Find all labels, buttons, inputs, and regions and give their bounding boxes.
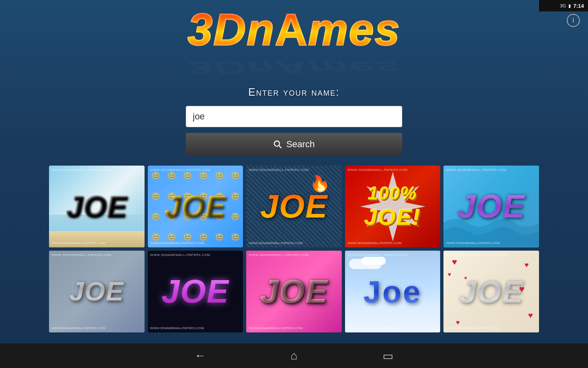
watermark: WWW.3DNAMEWALL-PAPERS.COM: [446, 253, 506, 257]
home-button[interactable]: ⌂: [284, 348, 304, 364]
joe-label: JOE: [260, 273, 328, 310]
grid-item[interactable]: WWW.3DNAMEWALL-PAPERS.COM JOE WWW.3DNAME…: [443, 166, 539, 247]
grid-item[interactable]: WWW.3DNAMEWALL-PAPERS.COM JOE WWW.3DNAME…: [246, 251, 342, 332]
back-button[interactable]: ←: [190, 348, 210, 364]
signal-icon: 3G: [560, 3, 566, 8]
logo: 3DnAmes 3DnAmes: [187, 7, 400, 83]
watermark: WWW.3DNAMEWALL-PAPERS.COM: [150, 168, 210, 172]
grid-item[interactable]: WWW.3DNAMEWALL-PAPERS.COM 😊😊😊 😊😊😊 😊😊😊 😊😊…: [148, 166, 243, 247]
watermark-bottom: WWW.3DNAMEWALLPAPERS.COM: [51, 326, 105, 330]
info-button[interactable]: i: [567, 14, 580, 27]
joe-label: JOE: [161, 273, 229, 310]
watermark: WWW.3DNAMEWALL-PAPERS.COM: [51, 168, 111, 172]
watermark-bottom: WWW.3DNAMEWALLPAPERS.COM: [51, 241, 105, 245]
name-label: Enter your name:: [248, 86, 340, 99]
watermark: WWW.3DNAMEWALL-PAPERS.COM: [249, 168, 309, 172]
logo-text: 3DnAmes: [187, 7, 400, 52]
battery-icon: ▮: [568, 3, 571, 9]
bottom-nav: ← ⌂ ▭: [0, 343, 588, 368]
logo-container: 3DnAmes 3DnAmes: [110, 8, 478, 82]
watermark: WWW.3DNAMEWALL-PAPERS.COM: [150, 253, 210, 257]
watermark-bottom: WWW.3DNAMEWALLPAPERS.COM: [347, 241, 401, 245]
grid-item[interactable]: WWW.3DNAMEWALL-PAPERS.COM Joe WWW.3DNAME…: [345, 251, 441, 332]
watermark-bottom: WWW.3DNAMEWALLPAPERS.COM: [446, 241, 500, 245]
grid-item[interactable]: WWW.3DNAMEWALL-PAPERS.COM 100% JOE! WWW.…: [345, 166, 441, 247]
watermark: WWW.3DNAMEWALL-PAPERS.COM: [249, 253, 309, 257]
watermark: WWW.3DNAMEWALL-PAPERS.COM: [446, 168, 506, 172]
watermark-bottom: WWW.3DNAMEWALLPAPERS.COM: [347, 326, 401, 330]
clock: 7:14: [573, 3, 584, 9]
image-grid: WWW.3DNAMEWALL-PAPERS.COM JOE WWW.3DNAME…: [45, 166, 543, 332]
svg-point-0: [274, 141, 280, 146]
watermark-bottom: WWW.3DNAMEWALLPAPERS.COM: [446, 326, 500, 330]
watermark-bottom: WWW.3DNAMEWALLPAPERS.COM: [249, 326, 303, 330]
grid-item[interactable]: WWW.3DNAMEWALL-PAPERS.COM JOE 🔥 WWW.3DNA…: [246, 166, 342, 247]
watermark-bottom: WWW.3DNAMEWALLPAPERS.COM: [249, 241, 303, 245]
grid-item[interactable]: WWW.3DNAMEWALL-PAPERS.COM JOE WWW.3DNAME…: [148, 251, 243, 332]
joe-label: JOE: [457, 188, 525, 225]
joe-label: Joe: [363, 274, 422, 310]
watermark: WWW.3DNAMEWALL-PAPERS.COM: [347, 168, 408, 172]
search-icon: [273, 140, 282, 149]
joe-label: JOE: [165, 190, 226, 223]
grid-item[interactable]: WWW.3DNAMEWALL-PAPERS.COM JOE WWW.3DNAME…: [49, 251, 145, 332]
joe-label: JOE: [69, 276, 124, 307]
name-input[interactable]: [186, 106, 402, 127]
recent-apps-button[interactable]: ▭: [378, 348, 398, 364]
joe-label: JOE: [260, 188, 328, 225]
watermark: WWW.3DNAMEWALL-PAPERS.COM: [51, 253, 111, 257]
grid-item[interactable]: WWW.3DNAMEWALL-PAPERS.COM JOE WWW.3DNAME…: [49, 166, 145, 247]
main-content: 3DnAmes 3DnAmes Enter your name: Search …: [0, 0, 588, 352]
logo-reflection: 3DnAmes: [187, 61, 400, 74]
joe-100-text: 100% JOE!: [364, 183, 421, 230]
search-button[interactable]: Search: [186, 133, 402, 156]
svg-line-1: [279, 146, 281, 148]
status-bar: 3G ▮ 7:14: [539, 0, 588, 11]
watermark-bottom: WWW.3DNAMEWALLPAPERS.COM: [150, 241, 204, 245]
watermark: WWW.3DNAMEWALL-PAPERS.COM: [347, 253, 408, 257]
joe-label: JOE: [459, 274, 523, 310]
grid-item[interactable]: WWW.3DNAMEWALL-PAPERS.COM ♥ ♥ ♥ ♥ ♥ ♥ ♥ …: [443, 251, 539, 332]
watermark-bottom: WWW.3DNAMEWALLPAPERS.COM: [150, 326, 204, 330]
joe-label: JOE: [66, 190, 127, 223]
